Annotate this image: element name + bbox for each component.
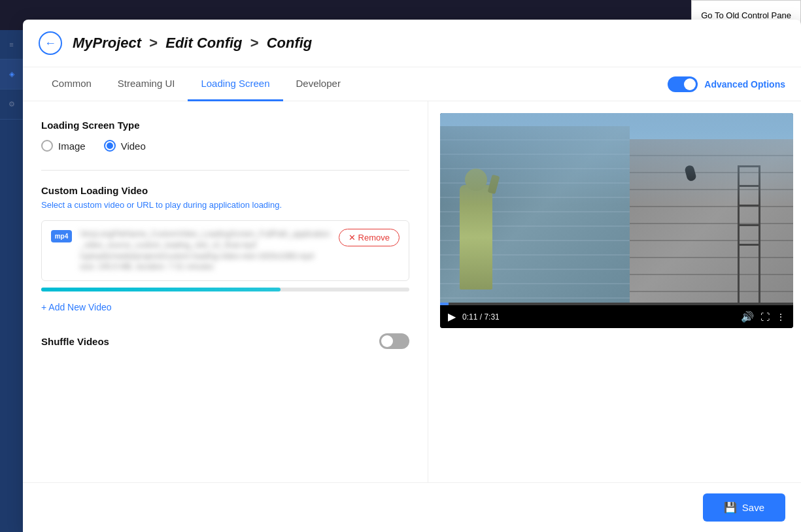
remove-button[interactable]: ✕ Remove xyxy=(339,229,400,246)
nav-item-3[interactable]: ⚙ xyxy=(0,90,23,120)
total-time: 7:31 xyxy=(484,312,499,322)
radio-image-circle xyxy=(41,140,53,152)
more-options-button[interactable]: ⋮ xyxy=(776,312,785,322)
modal: ← MyProject > Edit Config > Config Commo… xyxy=(23,20,801,532)
modal-header: ← MyProject > Edit Config > Config xyxy=(23,20,801,67)
sky-fade xyxy=(440,113,793,205)
video-screen xyxy=(440,113,793,303)
save-icon: 💾 xyxy=(724,501,737,514)
loading-screen-type-title: Loading Screen Type xyxy=(41,120,409,131)
radio-video-circle xyxy=(104,140,116,152)
play-button[interactable]: ▶ xyxy=(448,310,456,323)
nav-item-2[interactable]: ◈ xyxy=(0,59,23,90)
radio-video[interactable]: Video xyxy=(104,140,146,152)
divider-1 xyxy=(41,170,409,171)
video-player: ▶ 0:11 / 7:31 🔊 ⛶ ⋮ xyxy=(440,113,793,328)
breadcrumb-config: Config xyxy=(267,35,313,51)
advanced-options-toggle[interactable] xyxy=(668,76,698,92)
tab-developer[interactable]: Developer xyxy=(283,67,354,101)
add-video-button[interactable]: + Add New Video xyxy=(41,302,112,312)
video-seek[interactable] xyxy=(440,303,793,305)
mp4-icon: mp4 xyxy=(51,230,72,242)
fullscreen-button[interactable]: ⛶ xyxy=(760,312,770,322)
save-button[interactable]: 💾 Save xyxy=(703,493,785,522)
modal-footer: 💾 Save xyxy=(23,482,801,532)
fe-bar4 xyxy=(738,224,760,226)
tab-loading-screen[interactable]: Loading Screen xyxy=(188,67,282,101)
fe-bar3 xyxy=(738,205,760,207)
video-controls: ▶ 0:11 / 7:31 🔊 ⛶ ⋮ xyxy=(440,305,793,328)
file-info: VeryLongFileName_CustomVideo_LoadingScre… xyxy=(80,229,331,273)
video-preview: ▶ 0:11 / 7:31 🔊 ⛶ ⋮ xyxy=(428,101,801,482)
tab-common[interactable]: Common xyxy=(39,67,105,101)
shuffle-label: Shuffle Videos xyxy=(41,336,109,347)
tabs-bar: Common Streaming UI Loading Screen Devel… xyxy=(23,67,801,101)
video-file-item: mp4 VeryLongFileName_CustomVideo_Loading… xyxy=(41,220,409,281)
time-display: 0:11 / 7:31 xyxy=(462,312,500,322)
radio-image-label: Image xyxy=(58,141,86,152)
current-time: 0:11 xyxy=(462,312,477,322)
radio-group-type: Image Video xyxy=(41,140,409,152)
add-video-label: + Add New Video xyxy=(41,302,112,312)
radio-video-label: Video xyxy=(121,141,146,152)
breadcrumb-edit: Edit Config xyxy=(165,35,242,51)
shuffle-row: Shuffle Videos xyxy=(41,331,409,349)
file-name: VeryLongFileName_CustomVideo_LoadingScre… xyxy=(80,229,331,273)
fe-bar5 xyxy=(738,244,760,246)
custom-loading-video-title: Custom Loading Video xyxy=(41,185,409,196)
tab-streaming-ui[interactable]: Streaming UI xyxy=(105,67,188,101)
back-button[interactable]: ← xyxy=(39,31,62,55)
modal-body: Loading Screen Type Image Video Custom L… xyxy=(23,101,801,482)
progress-bar-fill xyxy=(41,288,281,291)
video-seek-fill xyxy=(440,303,449,305)
left-nav: ≡ ◈ ⚙ xyxy=(0,30,23,532)
nav-item-1[interactable]: ≡ xyxy=(0,30,23,59)
advanced-options-label: Advanced Options xyxy=(704,79,785,90)
advanced-options: Advanced Options xyxy=(668,76,785,92)
radio-image[interactable]: Image xyxy=(41,140,86,152)
volume-button[interactable]: 🔊 xyxy=(741,310,754,323)
custom-loading-video-desc: Select a custom video or URL to play dur… xyxy=(41,200,409,210)
breadcrumb-sep2: > xyxy=(250,35,263,51)
shuffle-toggle[interactable] xyxy=(379,333,409,349)
config-panel: Loading Screen Type Image Video Custom L… xyxy=(23,101,428,482)
breadcrumb-project: MyProject xyxy=(73,35,141,51)
progress-bar xyxy=(41,288,409,291)
breadcrumb: MyProject > Edit Config > Config xyxy=(73,35,312,52)
save-label: Save xyxy=(742,502,764,513)
breadcrumb-sep1: > xyxy=(149,35,162,51)
